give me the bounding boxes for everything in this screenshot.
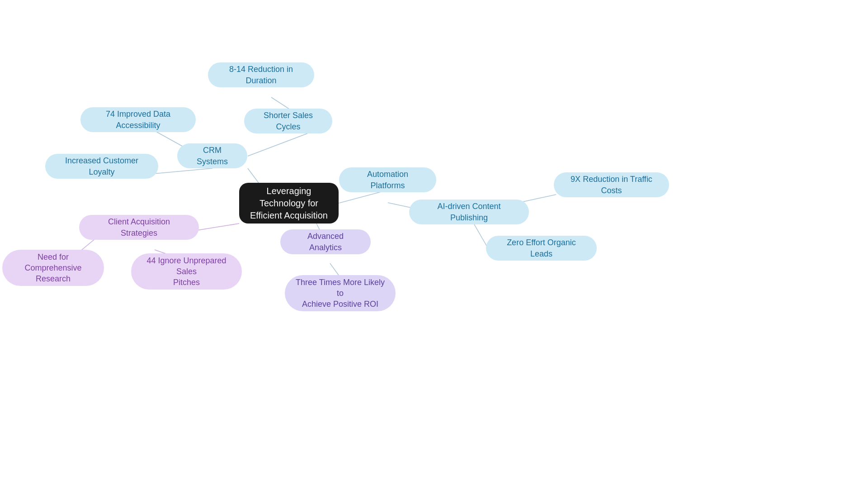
sales-pitches-node: 44 Ignore Unprepared Sales Pitches: [131, 253, 242, 290]
organic-leads-label: Zero Effort Organic Leads: [496, 237, 587, 259]
traffic-costs-node: 9X Reduction in Traffic Costs: [554, 172, 669, 197]
roi-label: Three Times More Likely to Achieve Posit…: [295, 277, 386, 310]
ai-content-label: AI-driven Content Publishing: [419, 201, 519, 223]
shorter-sales-label: Shorter Sales Cycles: [254, 110, 322, 132]
advanced-analytics-node: Advanced Analytics: [280, 229, 371, 254]
advanced-analytics-label: Advanced Analytics: [290, 231, 361, 253]
research-label: Need for Comprehensive Research: [12, 252, 94, 285]
mind-map: Leveraging Technology for Efficient Acqu…: [0, 0, 868, 490]
duration-label: 8-14 Reduction in Duration: [218, 64, 304, 86]
organic-leads-node: Zero Effort Organic Leads: [486, 236, 597, 261]
data-accessibility-node: 74 Improved Data Accessibility: [80, 107, 196, 132]
duration-reduction-node: 8-14 Reduction in Duration: [208, 62, 314, 87]
center-label: Leveraging Technology for Efficient Acqu…: [249, 185, 329, 222]
shorter-sales-node: Shorter Sales Cycles: [244, 109, 332, 133]
customer-loyalty-node: Increased Customer Loyalty: [45, 154, 158, 179]
sales-pitches-label: 44 Ignore Unprepared Sales Pitches: [141, 255, 232, 288]
crm-label: CRM Systems: [187, 145, 237, 167]
client-acquisition-node: Client Acquisition Strategies: [79, 215, 199, 240]
client-acq-label: Client Acquisition Strategies: [89, 216, 189, 238]
data-access-label: 74 Improved Data Accessibility: [90, 109, 186, 131]
roi-node: Three Times More Likely to Achieve Posit…: [285, 275, 396, 311]
research-node: Need for Comprehensive Research: [2, 250, 104, 286]
center-node: Leveraging Technology for Efficient Acqu…: [239, 183, 339, 224]
automation-platforms-node: Automation Platforms: [339, 167, 436, 192]
traffic-costs-label: 9X Reduction in Traffic Costs: [564, 174, 659, 196]
ai-content-node: AI-driven Content Publishing: [409, 200, 529, 224]
customer-loyalty-label: Increased Customer Loyalty: [55, 155, 148, 177]
crm-systems-node: CRM Systems: [177, 143, 247, 168]
automation-label: Automation Platforms: [349, 169, 426, 191]
